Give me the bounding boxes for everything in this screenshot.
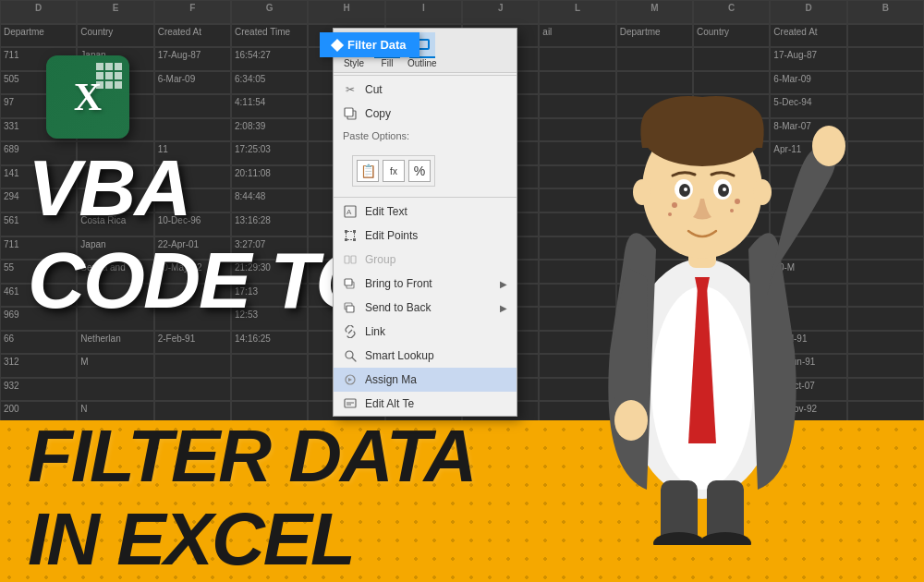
data-cell — [231, 378, 308, 402]
data-cell — [154, 94, 231, 118]
data-cell: 932 — [0, 378, 77, 402]
excel-logo: X — [46, 55, 129, 139]
grid-cell — [115, 72, 122, 79]
filter-data-label: Filter Data — [347, 38, 407, 52]
menu-item-link[interactable]: Link — [334, 320, 517, 344]
col-header: C — [693, 0, 770, 24]
paste-icon-1[interactable]: 📋 — [357, 160, 379, 182]
menu-item-edit-points[interactable]: Edit Points — [334, 224, 517, 248]
data-cell: 14:16:25 — [231, 331, 308, 355]
svg-rect-36 — [345, 256, 349, 263]
paste-icon-2[interactable]: fx — [383, 160, 405, 182]
send-to-back-label: Send to Back — [365, 301, 431, 314]
subheader-cell: Created Time — [231, 24, 308, 48]
paste-icon-3[interactable]: % — [408, 160, 431, 182]
data-cell — [847, 141, 924, 165]
data-cell — [154, 378, 231, 402]
menu-item-cut[interactable]: ✂ Cut — [334, 78, 517, 102]
fill-label: Fill — [382, 58, 394, 68]
subheader-cell — [847, 24, 924, 48]
cut-label: Cut — [365, 83, 383, 96]
menu-item-bring-to-front[interactable]: Bring to Front ▶ — [334, 272, 517, 296]
data-cell: 17:25:03 — [231, 141, 308, 165]
menu-item-edit-text[interactable]: A Edit Text — [334, 200, 517, 224]
send-to-back-icon — [343, 300, 358, 315]
data-cell — [847, 71, 924, 95]
paste-options-box: 📋 fx % — [352, 155, 435, 187]
svg-point-23 — [735, 199, 740, 204]
filter-data-title: FILTER DATA — [28, 423, 476, 490]
cut-icon: ✂ — [343, 82, 358, 97]
copy-icon — [343, 106, 358, 121]
subheader-cell: Departme — [0, 24, 77, 48]
svg-point-16 — [753, 179, 772, 205]
svg-point-7 — [812, 126, 845, 166]
svg-point-13 — [684, 188, 687, 191]
link-label: Link — [365, 325, 385, 338]
svg-point-8 — [614, 400, 648, 441]
bring-to-front-arrow: ▶ — [500, 279, 507, 289]
edit-alt-text-label: Edit Alt Te — [365, 397, 414, 410]
character — [554, 28, 850, 545]
svg-rect-33 — [353, 230, 356, 233]
excel-grid-icon — [96, 63, 122, 89]
grid-cell — [105, 81, 113, 89]
vba-title: VBA — [28, 152, 190, 224]
data-cell — [847, 165, 924, 189]
col-header: D — [770, 0, 846, 24]
col-header: H — [308, 0, 384, 24]
svg-rect-32 — [345, 230, 347, 233]
col-header: E — [77, 0, 153, 24]
data-cell: 17-Aug-87 — [154, 47, 231, 71]
menu-item-smart-lookup[interactable]: Smart Lookup — [334, 344, 517, 368]
edit-text-label: Edit Text — [365, 205, 407, 218]
data-cell: 13:16:28 — [231, 212, 308, 236]
col-header: I — [385, 0, 462, 24]
edit-text-icon: A — [343, 204, 358, 219]
assign-macro-label: Assign Ma — [365, 373, 417, 386]
group-icon — [343, 252, 358, 267]
send-to-back-arrow: ▶ — [500, 303, 507, 313]
subheader-cell: Created At — [154, 24, 231, 48]
col-header: D — [0, 0, 77, 24]
menu-item-send-to-back[interactable]: Send to Back ▶ — [334, 296, 517, 320]
grid-cell — [105, 63, 113, 70]
data-cell: 6-Mar-09 — [154, 71, 231, 95]
data-cell — [847, 378, 924, 402]
grid-cell — [105, 72, 113, 79]
in-excel-title: IN EXCEL — [28, 506, 354, 573]
style-label: Style — [344, 58, 364, 68]
svg-rect-39 — [345, 279, 352, 285]
character-svg — [554, 28, 850, 545]
menu-item-edit-alt-text[interactable]: Edit Alt Te — [334, 392, 517, 416]
code-to-title: CODE TO — [28, 245, 375, 316]
svg-rect-29 — [345, 108, 353, 116]
svg-rect-34 — [345, 238, 347, 241]
menu-item-assign-macro[interactable]: Assign Ma — [334, 368, 517, 392]
svg-point-14 — [723, 188, 726, 191]
context-menu: Style Fill Outline Filter Data — [333, 28, 517, 417]
copy-label: Copy — [365, 107, 391, 120]
col-header: J — [462, 0, 539, 24]
grid-cell — [96, 72, 103, 79]
col-header: B — [847, 0, 924, 24]
data-cell — [847, 47, 924, 71]
grid-cell — [115, 81, 122, 89]
svg-point-22 — [668, 212, 672, 216]
filter-data-button[interactable]: Filter Data — [320, 32, 419, 57]
outline-label: Outline — [407, 58, 437, 68]
data-cell: 4:11:54 — [231, 94, 308, 118]
data-cell — [154, 354, 231, 378]
svg-rect-41 — [346, 306, 354, 312]
data-cell — [847, 354, 924, 378]
smart-lookup-label: Smart Lookup — [365, 349, 434, 362]
data-cell — [77, 378, 153, 402]
col-header: G — [231, 0, 308, 24]
svg-rect-35 — [353, 238, 356, 241]
data-cell: M — [77, 354, 153, 378]
svg-rect-37 — [351, 256, 356, 263]
menu-item-copy[interactable]: Copy — [334, 102, 517, 126]
data-cell: 2-Feb-91 — [154, 331, 231, 355]
svg-point-24 — [730, 209, 734, 212]
col-header: F — [154, 0, 231, 24]
